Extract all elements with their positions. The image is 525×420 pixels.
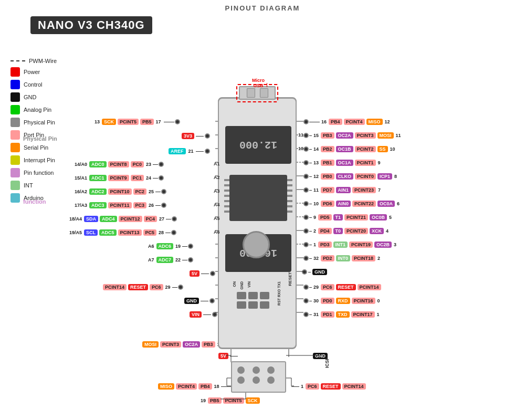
pin-a6-left: A6 ADC6 19: [147, 243, 193, 249]
legend-pwm: PWM-Wire: [10, 58, 57, 64]
board-body: 12.000 16.000: [218, 98, 297, 349]
icsp-pad-1: [237, 292, 246, 299]
pin-5-right: 9 PD5 T1 PCINT21 OC0B 5: [303, 214, 393, 220]
usb-notch-1: [247, 88, 255, 98]
pin-reset-left: PCINT14 RESET PC6 29: [102, 284, 183, 290]
physical-pin-label: Physical Pin: [23, 135, 57, 142]
legend-analog: Analog Pin: [10, 105, 57, 114]
int-color-icon: [10, 181, 20, 190]
usb-arrow: [267, 83, 267, 87]
display-top: 12.000: [225, 126, 291, 164]
icsp-dot-5: [253, 376, 260, 384]
pin-5v-left: 5V: [189, 270, 215, 277]
pin-a2-left: 16/A2 ADC2 PCINT10 PC2 25: [74, 188, 166, 195]
a3-label: A3: [214, 188, 220, 194]
gnd-color-icon: [10, 92, 20, 102]
pin-7-right: 11 PD7 AIN1 PCINT23 7: [303, 187, 382, 193]
pinfunction-color-icon: [10, 168, 20, 177]
icsp-dot-4: [237, 376, 245, 384]
micro-usb-label: MicroUSB: [252, 78, 265, 88]
on-label: ON: [233, 281, 236, 287]
pin-a1-left: 15/A1 ADC1 PCINT9 PC1 24: [74, 175, 164, 181]
function-label: function: [23, 198, 46, 205]
a5b-label: A6: [214, 229, 220, 235]
pin-vin-left: VIN: [189, 311, 217, 318]
n10-board: 10: [298, 146, 303, 151]
control-color-icon: [10, 80, 20, 89]
physical-color-icon: [10, 118, 20, 127]
serial-color-icon: [10, 143, 20, 152]
legend-power: Power: [10, 67, 57, 77]
pin-gnd-left: GND: [184, 298, 215, 304]
a4-label: A4: [214, 202, 220, 207]
rxt-vert-label: RST RXO TX1: [277, 281, 281, 306]
icsp-label-bottom: ICSP: [324, 357, 330, 368]
pin-10-right: 14 PB2 OC1B PCINT2 SS 10: [303, 146, 396, 152]
icsp-block: [231, 361, 286, 393]
arduino-color-icon: [10, 193, 20, 203]
icsp-dot-2: [253, 366, 260, 374]
diagram: PINOUT DIAGRAM NANO V3 CH340G PWM-Wire P…: [0, 0, 525, 420]
icsp-dot-6: [267, 376, 275, 384]
pin-6-right: 10 PD6 AIN0 PCINT22 OC0A 6: [303, 201, 401, 207]
legend-int: INT: [10, 181, 57, 190]
legend-serial: Serial Pin: [10, 143, 57, 152]
legend: PWM-Wire Power Control GND Analog Pin Ph…: [10, 58, 57, 206]
pin-gnd-right: GND: [302, 269, 328, 275]
interrupt-color-icon: [10, 155, 20, 165]
board-name: NANO V3 CH340G: [30, 16, 152, 34]
n11-board: 11: [298, 132, 303, 138]
bottom-5v-row: 5V: [218, 353, 238, 359]
icsp-dot-3: [267, 366, 275, 374]
icsp-pad-4: [237, 301, 246, 309]
pin-a5-left: 19/A5 SCL ADC5 PCINT13 PC5 28: [68, 229, 176, 236]
pwm-dash-icon: [10, 60, 25, 62]
pin-8-right: 12 PB0 CLKO PCINT0 ICP1 8: [303, 173, 398, 180]
legend-physical: Physical Pin: [10, 118, 57, 127]
legend-gnd: GND: [10, 92, 57, 102]
a1-label: A1: [214, 161, 220, 166]
icsp-dot-1: [237, 366, 245, 374]
pin-a7-left: A7 ADC7 22: [147, 257, 193, 263]
pin-12-right: 16 PB4 PCINT4 MISO 12: [303, 119, 391, 125]
chip: [229, 175, 287, 221]
pin-9-right: 13 PB1 OC1A PCINT1 9: [303, 160, 382, 166]
icsp-pads-board: [237, 292, 269, 309]
pin-a0-left: 14/A0 ADC0 PCINT8 PC0 23: [74, 161, 164, 167]
pin-a3-left: 17/A3 ADC3 PCINT11 PC3 26: [74, 202, 166, 208]
bottom-reset-row: 1 PC6 RESET PCINT14: [291, 383, 366, 390]
usb-notch-2: [260, 88, 268, 98]
pin-13-left: 13 SCK PCINT5 PB5 17: [93, 119, 180, 125]
bottom-sck-row: 19 PB5 PCINT5 SCK: [200, 397, 260, 404]
legend-interrupt: Interrupt Pin: [10, 155, 57, 165]
pin-4-right: 2 PD4 T0 PCINT20 XCK 4: [303, 228, 390, 234]
a2-label: A2: [214, 175, 220, 180]
icsp-pad-3: [260, 292, 269, 299]
reset-vert-label: RESET: [288, 272, 292, 286]
page-title: PINOUT DIAGRAM: [0, 0, 525, 12]
a4b-label: A5: [214, 216, 220, 221]
pin-3-right: 1 PD3 INT1 PCINT19 OC2B 3: [303, 242, 397, 248]
pin-3v3-left: 3V3: [181, 133, 210, 139]
pin-txd-right: 31 PD1 TXD PCINT17 1: [303, 311, 381, 318]
gnd-vert-label: GND: [240, 281, 244, 290]
pin-11-right: 15 PB3 OC2A PCINT3 MOSI 11: [303, 132, 402, 139]
pin-a4-left: 18/A4 SDA ADC4 PCINT12 PC4 27: [68, 216, 177, 222]
pin-reset-right: 29 PC6 RESET PCINT14: [303, 284, 382, 290]
power-color-icon: [10, 67, 20, 77]
reset-button[interactable]: [243, 231, 270, 258]
pin-2-right: 32 PD2 INT0 PCINT18 2: [303, 255, 381, 261]
pin-aref-left: AREF 21: [168, 148, 210, 154]
icsp-pad-2: [248, 292, 258, 299]
vin-vert-label: VIN: [247, 281, 251, 288]
port-color-icon: [10, 130, 20, 140]
icsp-pad-5: [248, 301, 258, 309]
legend-control: Control: [10, 80, 57, 89]
legend-pinfunction: Pin function: [10, 168, 57, 177]
icsp-pad-6: [260, 301, 269, 309]
pin-rxd-right: 30 PD0 RXD PCINT16 0: [303, 298, 381, 304]
analog-color-icon: [10, 105, 20, 114]
